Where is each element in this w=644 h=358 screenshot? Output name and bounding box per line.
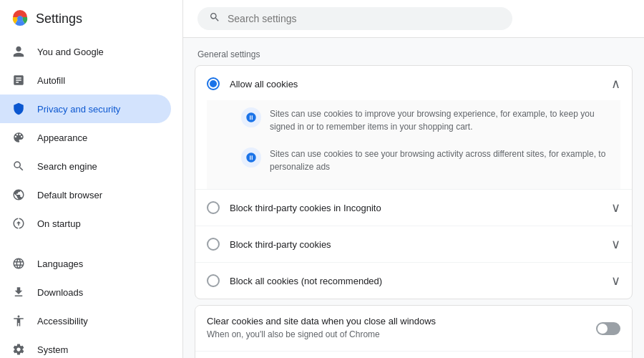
search-bar <box>183 0 644 38</box>
sidebar-item-system[interactable]: System <box>0 335 171 358</box>
block-all-option[interactable]: Block all cookies (not recommended) ∨ <box>195 263 632 299</box>
sidebar-item-you-and-google[interactable]: You and Google <box>0 37 171 66</box>
sidebar-item-label: Accessibility <box>37 316 88 326</box>
svg-point-0 <box>17 16 23 21</box>
allow-all-option[interactable]: Allow all cookies ∧ Sites can use cookie… <box>195 66 632 190</box>
block-incognito-option[interactable]: Block third-party cookies in Incognito ∨ <box>195 190 632 226</box>
sidebar-item-search-engine[interactable]: Search engine <box>0 152 171 180</box>
sub-option-2-text: Sites can use cookies to see your browsi… <box>270 147 609 173</box>
sub-option-1-text: Sites can use cookies to improve your br… <box>270 107 609 133</box>
sidebar-item-languages[interactable]: Languages <box>0 249 171 278</box>
search-icon <box>209 11 220 26</box>
clear-cookies-desc: When on, you'll also be signed out of Ch… <box>207 328 585 341</box>
sidebar-item-label: Autofill <box>37 75 65 86</box>
chrome-logo-icon <box>11 10 29 27</box>
languages-icon <box>11 256 26 271</box>
sidebar-item-label: System <box>37 344 68 355</box>
sidebar-item-label: Default browser <box>37 190 102 200</box>
sub-options: Sites can use cookies to improve your br… <box>207 100 620 189</box>
sidebar-item-label: Search engine <box>37 161 97 172</box>
sidebar-item-downloads[interactable]: Downloads <box>0 278 171 306</box>
clear-cookies-row: Clear cookies and site data when you clo… <box>195 306 632 352</box>
sidebar-item-label: Languages <box>37 258 83 269</box>
block-incognito-radio[interactable] <box>207 201 220 214</box>
sidebar-item-label: On startup <box>37 218 81 229</box>
chevron-down-icon-3[interactable]: ∨ <box>611 273 620 289</box>
block-all-label: Block all cookies (not recommended) <box>230 276 382 286</box>
system-icon <box>11 342 26 357</box>
autofill-icon <box>11 73 26 87</box>
sidebar-item-appearance[interactable]: Appearance <box>0 123 171 152</box>
sidebar-item-label: Downloads <box>37 287 83 298</box>
sidebar-item-label: Appearance <box>37 132 87 143</box>
clear-cookies-toggle[interactable] <box>596 322 620 335</box>
sidebar-item-accessibility[interactable]: Accessibility <box>0 306 171 335</box>
sidebar-item-autofill[interactable]: Autofill <box>0 66 171 95</box>
cookie-icon-2 <box>241 147 261 168</box>
sidebar-item-on-startup[interactable]: On startup <box>0 209 171 238</box>
allow-all-label: Allow all cookies <box>230 79 298 90</box>
chevron-down-icon-2[interactable]: ∨ <box>611 236 620 252</box>
sidebar-item-label: You and Google <box>37 47 104 57</box>
sidebar-item-default-browser[interactable]: Default browser <box>0 180 171 209</box>
sub-option-1: Sites can use cookies to improve your br… <box>241 100 609 140</box>
cookie-icon-1 <box>241 107 261 127</box>
cookie-options-card: Allow all cookies ∧ Sites can use cookie… <box>195 65 633 299</box>
app-title: Settings <box>36 11 82 26</box>
chevron-down-icon-1[interactable]: ∨ <box>611 200 620 216</box>
clear-cookies-content: Clear cookies and site data when you clo… <box>207 316 585 341</box>
block-third-party-radio[interactable] <box>207 238 220 251</box>
sidebar: Settings You and Google Autofill Privacy… <box>0 0 183 358</box>
download-icon <box>11 285 26 299</box>
search-input-wrap[interactable] <box>197 7 512 30</box>
accessibility-icon <box>11 314 26 328</box>
section-label: General settings <box>183 38 644 65</box>
app-header: Settings <box>0 0 182 37</box>
toggle-rows-card: Clear cookies and site data when you clo… <box>195 305 633 358</box>
main-content: General settings Allow all cookies ∧ Sit… <box>183 0 644 358</box>
do-not-track-row: Send a "Do Not Track" request with your … <box>195 352 632 358</box>
sub-option-2: Sites can use cookies to see your browsi… <box>241 140 609 180</box>
block-incognito-label: Block third-party cookies in Incognito <box>230 203 381 213</box>
content-area: General settings Allow all cookies ∧ Sit… <box>183 38 644 358</box>
block-third-party-option[interactable]: Block third-party cookies ∨ <box>195 226 632 263</box>
appearance-icon <box>11 130 26 145</box>
sidebar-item-privacy-and-security[interactable]: Privacy and security <box>0 95 171 123</box>
block-all-radio[interactable] <box>207 274 220 287</box>
search-engine-icon <box>11 159 26 173</box>
sidebar-item-label: Privacy and security <box>37 104 120 115</box>
startup-icon <box>11 216 26 231</box>
search-input[interactable] <box>228 13 501 24</box>
shield-icon <box>11 102 26 116</box>
browser-icon <box>11 188 26 202</box>
person-icon <box>11 44 26 59</box>
allow-all-radio[interactable] <box>207 77 220 90</box>
clear-cookies-title: Clear cookies and site data when you clo… <box>207 316 585 326</box>
collapse-icon[interactable]: ∧ <box>611 76 620 92</box>
block-third-party-label: Block third-party cookies <box>230 239 331 250</box>
